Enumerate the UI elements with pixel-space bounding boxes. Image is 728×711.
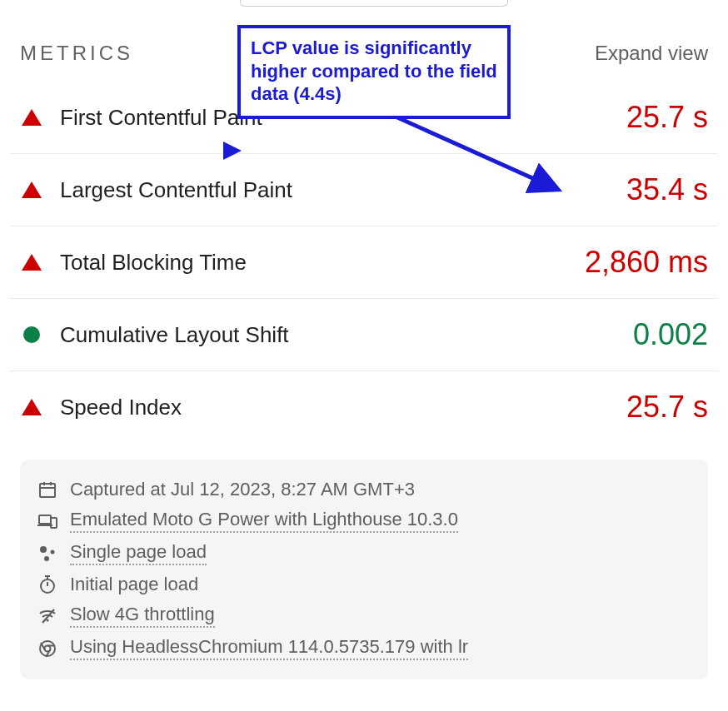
env-browser-text: Using HeadlessChromium 114.0.5735.179 wi… [70,636,468,660]
metric-row-cls[interactable]: Cumulative Layout Shift 0.002 [10,299,718,371]
annotation-callout: LCP value is significantly higher compar… [237,25,511,119]
svg-point-9 [40,546,47,553]
env-throttling-row[interactable]: Slow 4G throttling [37,599,691,632]
samples-icon [37,543,58,564]
status-fail-icon [20,109,43,126]
svg-rect-6 [39,515,51,524]
network-icon [37,605,58,627]
annotation-text: LCP value is significantly higher compar… [251,37,497,106]
status-pass-icon [20,326,43,343]
calendar-icon [37,479,58,500]
metric-name: Cumulative Layout Shift [60,322,633,348]
env-throttling-text: Slow 4G throttling [70,604,215,628]
expand-view-link[interactable]: Expand view [595,42,708,65]
metric-value: 0.002 [633,317,708,352]
env-emulated-text: Emulated Moto G Power with Lighthouse 10… [70,509,458,533]
env-browser-row[interactable]: Using HeadlessChromium 114.0.5735.179 wi… [37,632,691,664]
env-captured-text: Captured at Jul 12, 2023, 8:27 AM GMT+3 [70,479,415,500]
metric-value: 25.7 s [626,390,708,425]
metric-value: 25.7 s [626,100,708,135]
chrome-icon [37,638,58,659]
metric-row-tbt[interactable]: Total Blocking Time 2,860 ms [10,226,718,299]
env-initial-row: Initial page load [37,569,691,599]
status-fail-icon [20,399,43,415]
annotation-pointer-icon [223,142,242,160]
svg-point-10 [51,549,55,554]
metric-value: 2,860 ms [585,245,708,280]
svg-rect-2 [40,484,55,497]
env-initial-text: Initial page load [70,574,198,595]
stopwatch-icon [37,574,58,595]
partial-input-outline [240,0,508,7]
metrics-list: First Contentful Paint 25.7 s Largest Co… [0,82,728,443]
metric-name: Total Blocking Time [60,250,585,276]
svg-line-21 [41,643,45,650]
env-captured-row: Captured at Jul 12, 2023, 8:27 AM GMT+3 [37,475,691,505]
svg-rect-8 [51,518,57,528]
status-fail-icon [20,254,43,271]
metric-name: Largest Contentful Paint [60,177,626,203]
environment-details: Captured at Jul 12, 2023, 8:27 AM GMT+3 … [20,460,708,679]
metric-name: Speed Index [60,395,626,420]
env-pageload-text: Single page load [70,541,207,565]
metrics-title: METRICS [20,42,133,65]
metric-value: 35.4 s [626,172,708,207]
env-pageload-row[interactable]: Single page load [37,537,691,569]
devices-icon [37,510,58,532]
env-emulated-row[interactable]: Emulated Moto G Power with Lighthouse 10… [37,505,691,537]
metric-row-lcp[interactable]: Largest Contentful Paint 35.4 s [10,154,718,226]
metric-row-si[interactable]: Speed Index 25.7 s [10,371,718,443]
status-fail-icon [20,181,43,198]
svg-point-11 [44,556,49,561]
